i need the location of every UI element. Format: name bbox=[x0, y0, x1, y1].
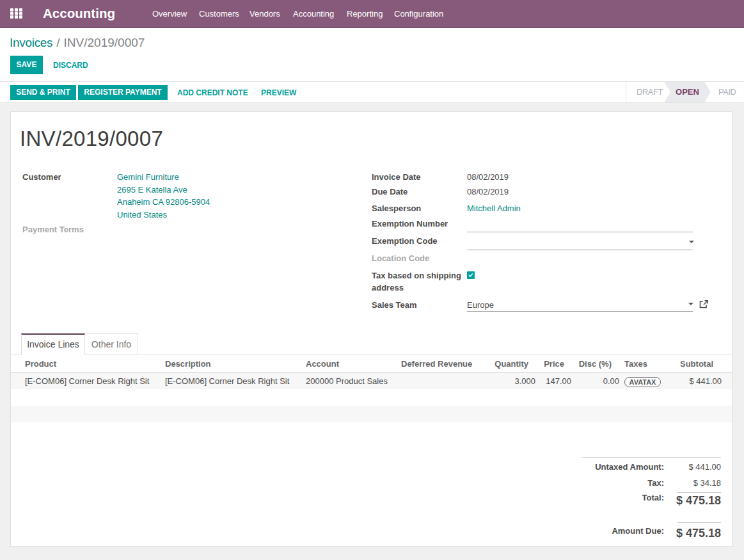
svg-text:Accounting: Accounting bbox=[43, 6, 115, 20]
